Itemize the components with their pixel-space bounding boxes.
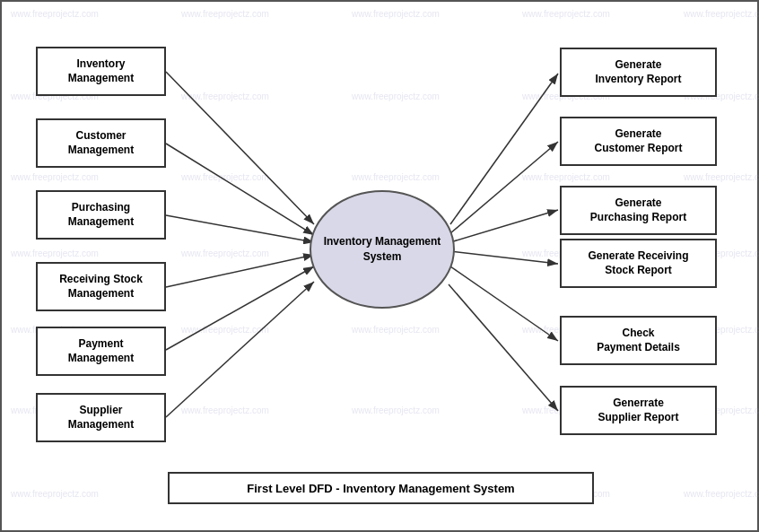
- watermark: www.freeprojectz.com: [352, 406, 440, 415]
- gen-inventory-report-node: GenerateInventory Report: [560, 48, 717, 97]
- gen-inventory-report-label: GenerateInventory Report: [595, 58, 681, 86]
- watermark: www.freeprojectz.com: [181, 92, 269, 101]
- supplier-mgmt-label: SupplierManagement: [68, 404, 134, 432]
- gen-supplier-report-node: GenerrateSupplier Report: [560, 386, 717, 435]
- supplier-mgmt-node: SupplierManagement: [36, 393, 166, 442]
- watermark: www.freeprojectz.com: [684, 172, 759, 182]
- watermark: www.freeprojectz.com: [181, 406, 269, 415]
- watermark: www.freeprojectz.com: [352, 9, 440, 19]
- gen-supplier-report-label: GenerrateSupplier Report: [598, 397, 678, 424]
- diagram-caption: First Level DFD - Inventory Management S…: [168, 472, 594, 504]
- svg-line-8: [450, 142, 558, 233]
- svg-line-6: [166, 282, 314, 417]
- purchasing-mgmt-node: PurchasingManagement: [36, 190, 166, 240]
- watermark: www.freeprojectz.com: [352, 172, 440, 182]
- check-payment-label: CheckPayment Details: [597, 327, 680, 354]
- watermark: www.freeprojectz.com: [181, 325, 269, 335]
- watermark: www.freeprojectz.com: [684, 9, 759, 19]
- svg-line-5: [166, 266, 314, 350]
- svg-line-11: [450, 266, 558, 341]
- purchasing-mgmt-label: PurchasingManagement: [68, 201, 134, 229]
- inventory-mgmt-label: InventoryManagement: [68, 57, 134, 85]
- center-label: Inventory Management System: [311, 234, 453, 265]
- diagram-container: www.freeprojectz.com www.freeprojectz.co…: [0, 0, 759, 532]
- watermark: www.freeprojectz.com: [11, 249, 99, 258]
- center-circle: Inventory Management System: [310, 190, 455, 309]
- watermark: www.freeprojectz.com: [352, 325, 440, 335]
- gen-customer-report-label: GenerateCustomer Report: [594, 127, 682, 155]
- watermark: www.freeprojectz.com: [181, 9, 269, 19]
- svg-line-10: [450, 251, 558, 264]
- svg-line-12: [449, 284, 558, 411]
- svg-line-7: [450, 74, 558, 224]
- customer-mgmt-label: CustomerManagement: [68, 129, 134, 157]
- gen-receiving-report-node: Generate ReceivingStock Report: [560, 239, 717, 288]
- gen-purchasing-report-node: GeneratePurchasing Report: [560, 186, 717, 235]
- check-payment-node: CheckPayment Details: [560, 316, 717, 365]
- customer-mgmt-node: CustomerManagement: [36, 118, 166, 168]
- gen-receiving-report-label: Generate ReceivingStock Report: [588, 249, 688, 277]
- gen-purchasing-report-label: GeneratePurchasing Report: [590, 196, 686, 224]
- svg-line-2: [166, 144, 314, 235]
- watermark: www.freeprojectz.com: [684, 489, 759, 499]
- watermark: www.freeprojectz.com: [11, 9, 99, 19]
- watermark: www.freeprojectz.com: [522, 9, 610, 19]
- payment-mgmt-node: PaymentManagement: [36, 327, 166, 376]
- watermark: www.freeprojectz.com: [522, 172, 610, 182]
- receiving-stock-mgmt-node: Receiving StockManagement: [36, 262, 166, 311]
- watermark: www.freeprojectz.com: [11, 489, 99, 499]
- payment-mgmt-label: PaymentManagement: [68, 337, 134, 365]
- svg-line-1: [166, 72, 314, 224]
- gen-customer-report-node: GenerateCustomer Report: [560, 117, 717, 166]
- svg-line-9: [450, 210, 558, 242]
- svg-line-3: [166, 215, 314, 242]
- svg-line-4: [166, 255, 314, 287]
- watermark: www.freeprojectz.com: [181, 249, 269, 258]
- watermark: www.freeprojectz.com: [352, 92, 440, 101]
- caption-label: First Level DFD - Inventory Management S…: [247, 482, 514, 495]
- watermark: www.freeprojectz.com: [11, 172, 99, 182]
- watermark: www.freeprojectz.com: [181, 172, 269, 182]
- receiving-stock-mgmt-label: Receiving StockManagement: [59, 273, 143, 301]
- inventory-mgmt-node: InventoryManagement: [36, 47, 166, 96]
